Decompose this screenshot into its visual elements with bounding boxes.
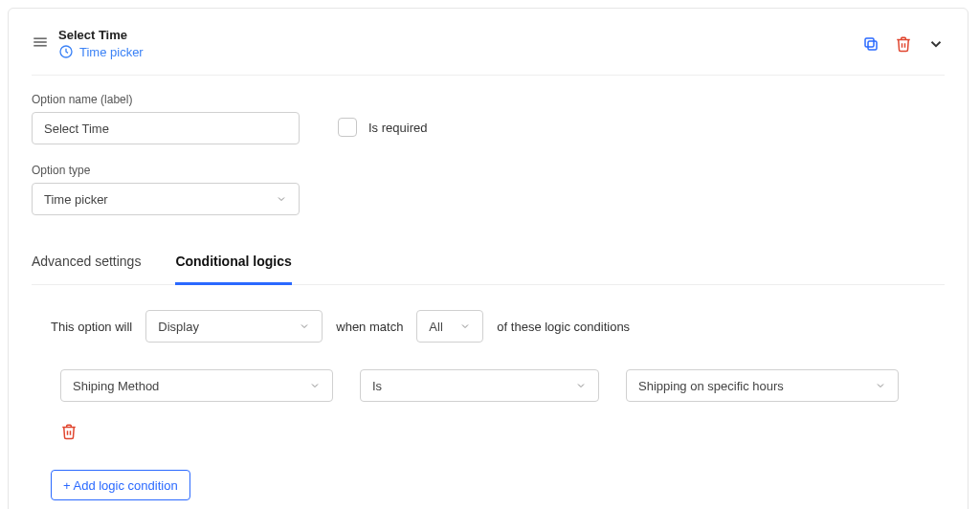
chevron-down-icon	[575, 380, 587, 391]
is-required-checkbox[interactable]	[338, 118, 357, 137]
option-type-select[interactable]: Time picker	[32, 183, 300, 215]
svg-rect-4	[868, 41, 877, 50]
card-title: Select Time	[58, 28, 144, 42]
condition-op-select[interactable]: Is	[360, 369, 599, 402]
tab-conditional-logics[interactable]: Conditional logics	[175, 242, 291, 285]
copy-icon[interactable]	[862, 35, 880, 53]
option-card: Select Time Time picker Option name (lab…	[8, 8, 969, 509]
add-logic-condition-button[interactable]: + Add logic condition	[51, 470, 190, 500]
is-required-label: Is required	[368, 121, 427, 135]
option-name-label: Option name (label)	[32, 93, 300, 106]
match-select[interactable]: All	[416, 310, 483, 343]
card-body: Option name (label) Is required Option t…	[32, 76, 945, 500]
header-left: Select Time Time picker	[32, 28, 144, 59]
chevron-down-icon	[875, 380, 886, 391]
condition-op-value: Is	[372, 379, 382, 393]
sentence-pre: This option will	[51, 320, 132, 334]
condition-value-value: Shipping on specific hours	[638, 379, 784, 393]
option-type-label: Option type	[32, 164, 945, 177]
delete-icon[interactable]	[895, 35, 912, 53]
clock-icon	[58, 44, 74, 59]
sentence-post: of these logic conditions	[497, 320, 630, 334]
condition-value-select[interactable]: Shipping on specific hours	[626, 369, 899, 402]
drag-handle-icon[interactable]	[32, 33, 49, 54]
option-name-input-wrap	[32, 112, 300, 144]
condition-subject-value: Shiping Method	[73, 379, 159, 393]
option-name-field: Option name (label)	[32, 93, 300, 144]
subtitle-text: Time picker	[79, 45, 144, 59]
sentence-mid: when match	[336, 320, 403, 334]
chevron-down-icon	[309, 380, 321, 391]
chevron-down-icon	[459, 321, 471, 332]
action-value: Display	[158, 320, 199, 334]
delete-condition-row	[32, 423, 945, 443]
chevron-down-icon	[299, 321, 310, 332]
collapse-icon[interactable]	[927, 35, 945, 53]
tab-advanced-settings[interactable]: Advanced settings	[32, 242, 141, 285]
logic-sentence: This option will Display when match All …	[32, 310, 945, 343]
card-subtitle: Time picker	[58, 44, 144, 59]
tabs: Advanced settings Conditional logics	[32, 242, 945, 285]
option-name-input[interactable]	[44, 113, 287, 144]
condition-row: Shiping Method Is Shipping on specific h…	[32, 369, 945, 402]
is-required-row: Is required	[338, 118, 427, 137]
option-type-field: Option type Time picker	[32, 164, 945, 215]
delete-condition-icon[interactable]	[60, 429, 78, 443]
match-value: All	[429, 320, 442, 334]
title-block: Select Time Time picker	[58, 28, 144, 59]
header-actions	[862, 35, 945, 53]
svg-rect-5	[865, 38, 874, 47]
option-name-row: Option name (label) Is required	[32, 93, 945, 144]
option-type-value: Time picker	[44, 192, 108, 207]
card-header: Select Time Time picker	[32, 28, 945, 76]
action-select[interactable]: Display	[145, 310, 323, 343]
condition-subject-select[interactable]: Shiping Method	[60, 369, 333, 402]
chevron-down-icon	[276, 193, 287, 205]
